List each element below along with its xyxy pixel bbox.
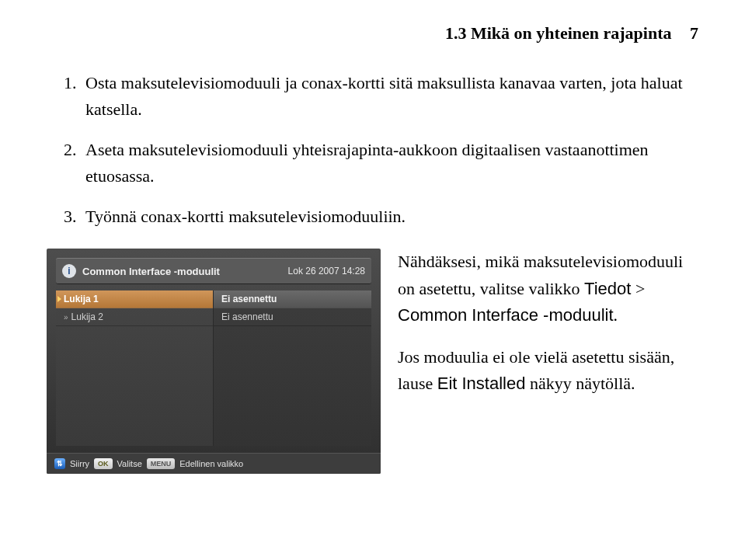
screenshot-left-column: Lukija 1 » Lukija 2 (56, 290, 214, 446)
list-item-label: Lukija 1 (64, 294, 99, 304)
up-down-key-icon: ⇅ (54, 458, 65, 469)
side-paragraph: Nähdäksesi, mikä maksutelevisiomoduuli o… (398, 249, 698, 328)
instruction-step: Osta maksutelevisiomoduuli ja conax-kort… (81, 70, 698, 123)
list-item: Ei asennettu (214, 308, 371, 326)
ok-key-icon: OK (94, 458, 113, 469)
screenshot-right-column: Ei asennettu Ei asennettu (214, 290, 371, 446)
ui-label: Eit Installed (437, 374, 526, 393)
screenshot-title: Common Interface -moduulit (82, 266, 288, 277)
text-span: . (614, 305, 618, 325)
list-item-label: Ei asennettu (221, 311, 273, 322)
screenshot-footer: ⇅ Siirry OK Valitse MENU Edellinen valik… (47, 453, 381, 474)
list-item-label: Ei asennettu (221, 294, 277, 304)
page-header: 1.3 Mikä on yhteinen rajapinta 7 (47, 23, 698, 43)
section-title: Mikä on yhteinen rajapinta (471, 23, 672, 43)
screenshot-title-bar: i Common Interface -moduulit Lok 26 2007… (56, 258, 371, 284)
chevron-right-icon: » (64, 313, 68, 322)
instruction-step: Aseta maksutelevisiomoduuli yhteisrajapi… (81, 137, 698, 190)
text-span: näkyy näytöllä. (525, 374, 635, 393)
section-number: 1.3 (445, 23, 467, 43)
footer-move-label: Siirry (70, 459, 89, 468)
instruction-step: Työnnä conax-kortti maksutelevisiomoduul… (81, 203, 698, 230)
tv-menu-screenshot: i Common Interface -moduulit Lok 26 2007… (47, 249, 381, 474)
list-item[interactable]: » Lukija 2 (56, 308, 213, 326)
side-paragraph: Jos moduulia ei ole vielä asetettu sisää… (398, 344, 698, 397)
info-icon: i (62, 264, 76, 278)
menu-path-segment: Common Interface -moduulit (398, 305, 614, 325)
list-item-label: Lukija 2 (71, 311, 103, 322)
side-text: Nähdäksesi, mikä maksutelevisiomoduuli o… (398, 249, 698, 412)
menu-path-segment: Tiedot (584, 279, 631, 298)
menu-key-icon: MENU (147, 458, 176, 469)
list-item[interactable]: Lukija 1 (56, 290, 213, 308)
page-number: 7 (690, 23, 698, 43)
screenshot-columns: Lukija 1 » Lukija 2 Ei asennettu Ei asen… (56, 290, 371, 446)
text-span: > (631, 279, 645, 298)
list-item: Ei asennettu (214, 290, 371, 308)
footer-select-label: Valitse (117, 459, 142, 468)
screenshot-datetime: Lok 26 2007 14:28 (288, 266, 365, 277)
footer-prev-label: Edellinen valikko (179, 459, 243, 468)
instruction-list: Osta maksutelevisiomoduuli ja conax-kort… (47, 70, 698, 230)
